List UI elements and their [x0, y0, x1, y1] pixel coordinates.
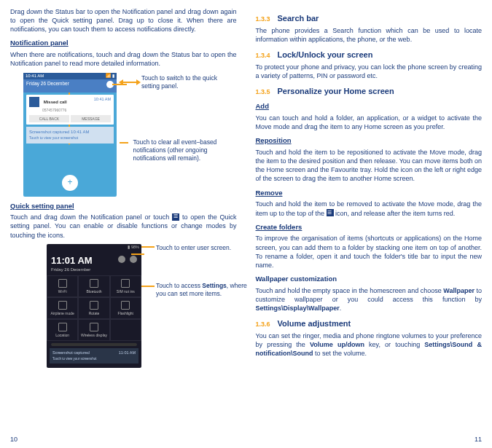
- lock-text: To protect your phone and privacy, you c…: [256, 63, 483, 80]
- section-title-personalize: Personalize your Home screen: [278, 87, 394, 95]
- missed-call-time: 10:41 AM: [94, 97, 111, 102]
- missed-call-card[interactable]: Missed call 057457960776 10:41 AM CALL B…: [26, 95, 114, 125]
- section-number: 1.3.6: [256, 321, 270, 328]
- wireless-display-toggle[interactable]: Wireless display: [78, 319, 109, 341]
- callout-line-icon: [120, 142, 128, 144]
- missed-call-title: Missed call: [44, 99, 67, 103]
- screenshot-notification[interactable]: Screenshot captured 11:01 AM Touch to vi…: [50, 348, 138, 363]
- wallpaper-text: Touch and hold the empty space in the ho…: [256, 286, 483, 313]
- callout-line-icon: [141, 286, 155, 287]
- gear-icon: [172, 213, 179, 221]
- remove-heading: Remove: [256, 189, 483, 198]
- user-icon[interactable]: [118, 256, 125, 263]
- create-folders-heading: Create folders: [256, 223, 483, 232]
- screenshot-time: 10:41 AM: [71, 130, 89, 134]
- section-title-volume: Volume adjustment: [278, 319, 351, 328]
- page-number-right: 11: [475, 435, 482, 444]
- remove-text: Touch and hold the item to be removed to…: [256, 200, 483, 217]
- page-number-left: 10: [10, 435, 17, 444]
- location-toggle[interactable]: Location: [47, 319, 78, 341]
- rotate-icon: [90, 301, 98, 310]
- callout-line-icon: [141, 246, 155, 248]
- wallpaper-heading: Wallpaper customization: [256, 275, 483, 284]
- call-back-button[interactable]: CALL BACK: [29, 115, 69, 123]
- create-folders-text: To improve the organisation of items (sh…: [256, 234, 483, 270]
- flashlight-icon: [121, 301, 130, 310]
- brightness-slider[interactable]: [51, 343, 137, 346]
- user-screen-annotation: Touch to enter user screen.: [156, 244, 251, 252]
- notification-panel-heading: Notification panel: [10, 39, 237, 48]
- sim-icon: [121, 279, 130, 288]
- status-date: Friday 26 December: [26, 81, 69, 86]
- bluetooth-icon: [90, 279, 98, 288]
- search-bar-text: The phone provides a Search function whi…: [256, 26, 483, 44]
- intro-paragraph: Drag down the Status bar to open the Not…: [10, 7, 237, 34]
- bluetooth-toggle[interactable]: Bluetooth: [78, 275, 109, 297]
- section-number: 1.3.3: [256, 15, 270, 23]
- battery-indicator: ▮ 98%: [128, 245, 139, 251]
- add-text: You can touch and hold a folder, an appl…: [256, 114, 483, 131]
- cast-icon: [90, 323, 98, 331]
- volume-text: You can set the ringer, media and phone …: [256, 331, 483, 358]
- remove-icon: [327, 209, 334, 216]
- screenshot-sub: Touch to view your screenshot: [29, 135, 78, 140]
- settings-annotation: Touch to access Settings, where you can …: [156, 282, 251, 298]
- left-page: Drag down the Status bar to open the Not…: [10, 7, 237, 444]
- switch-panel-annotation: Touch to switch to the quick setting pan…: [141, 74, 237, 90]
- flashlight-toggle[interactable]: Flashlight: [110, 297, 141, 319]
- quick-setting-text: Touch and drag down the Notification pan…: [10, 213, 237, 239]
- add-button[interactable]: +: [62, 175, 78, 191]
- panel-date: Friday 26 December: [47, 267, 97, 275]
- callout-line-icon: [131, 254, 144, 255]
- airplane-toggle[interactable]: Airplane mode: [47, 297, 78, 319]
- wifi-toggle[interactable]: Wi-Fi: [47, 275, 78, 297]
- clear-notifications-annotation: Touch to clear all event–based notificat…: [133, 138, 235, 162]
- wifi-icon: [58, 279, 67, 288]
- missed-call-number: 057457960776: [42, 108, 66, 112]
- section-title-lock: Lock/Unlock your screen: [278, 50, 373, 59]
- location-icon: [58, 323, 67, 331]
- swipe-arrow-icon: [122, 82, 137, 83]
- section-number: 1.3.4: [256, 52, 270, 59]
- message-button[interactable]: MESSAGE: [71, 115, 111, 123]
- reposition-heading: Reposition: [256, 136, 483, 146]
- rotate-toggle[interactable]: Rotate: [78, 297, 109, 319]
- screenshot-notification[interactable]: Screenshot captured 10:41 AM Touch to vi…: [26, 127, 114, 143]
- reposition-text: Touch and hold the item to be reposition…: [256, 148, 483, 184]
- section-title-search: Search bar: [278, 14, 319, 23]
- quick-setting-screenshot: ▮ 98% 11:01 AM Friday 26 December Wi-Fi …: [47, 244, 141, 368]
- status-time: 10:41 AM: [26, 73, 44, 79]
- quick-setting-heading: Quick setting panel: [10, 202, 237, 211]
- notification-panel-text: When there are notifications, touch and …: [10, 50, 237, 68]
- right-page: 1.3.3Search bar The phone provides a Sea…: [256, 7, 483, 444]
- sim-toggle[interactable]: SIM not ins: [110, 275, 141, 297]
- airplane-icon: [58, 301, 67, 310]
- panel-time: 11:01 AM: [47, 251, 97, 267]
- contact-icon: [29, 97, 39, 107]
- status-icons: 📶 ▮: [106, 73, 114, 79]
- section-number: 1.3.5: [256, 88, 270, 95]
- screenshot-title: Screenshot captured: [29, 130, 69, 134]
- notification-panel-screenshot: 10:41 AM 📶 ▮ Friday 26 December Missed c…: [23, 73, 117, 197]
- add-heading: Add: [256, 102, 483, 111]
- settings-gear-icon[interactable]: [130, 256, 137, 263]
